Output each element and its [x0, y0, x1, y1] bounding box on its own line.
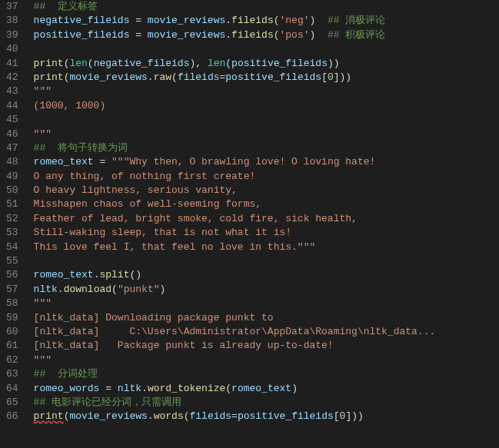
code-token: Feather of lead, bright smoke, cold fire…	[34, 213, 358, 224]
code-line[interactable]: [nltk_data] Package punkt is already up-…	[34, 339, 499, 353]
line-number: 45	[6, 113, 18, 127]
line-number: 62	[6, 353, 18, 367]
code-token: .	[141, 383, 148, 394]
code-token: len	[208, 58, 225, 69]
code-line[interactable]: print(movie_reviews.raw(fileids=positive…	[34, 71, 499, 85]
code-line[interactable]: romeo_words = nltk.word_tokenize(romeo_t…	[34, 382, 499, 396]
code-token: [nltk_data] Downloading package punkt to	[34, 312, 274, 324]
line-number: 39	[6, 28, 18, 42]
code-token	[315, 29, 328, 41]
code-token: movie_reviews	[69, 71, 147, 83]
code-token: ()	[129, 269, 141, 280]
code-token: words	[154, 410, 184, 422]
code-token: raw	[154, 71, 171, 83]
code-line[interactable]: """	[34, 128, 499, 141]
line-number: 55	[6, 254, 18, 268]
code-token: 'neg'	[280, 15, 310, 26]
code-line[interactable]: print(movie_reviews.words(fileids=positi…	[34, 410, 499, 423]
code-line[interactable]: negative_fileids = movie_reviews.fileids…	[34, 14, 499, 28]
code-token: word_tokenize	[148, 383, 225, 394]
code-editor[interactable]: 3738394041424344454647484950515253545556…	[0, 0, 499, 448]
code-token: ),	[189, 58, 207, 69]
code-token: """	[34, 354, 52, 366]
code-token: =	[129, 29, 147, 41]
line-number: 59	[6, 311, 18, 325]
line-number: 47	[6, 141, 18, 155]
code-line[interactable]: """	[34, 353, 499, 367]
code-line[interactable]: ## 电影评论已经分词，只需调用	[34, 396, 499, 410]
code-content[interactable]: ## 定义标签negative_fileids = movie_reviews.…	[31, 0, 499, 448]
code-line[interactable]: Misshapen chaos of well-seeming forms,	[34, 197, 499, 211]
code-token: [	[321, 71, 328, 83]
code-token: """Why then, O brawling love! O loving h…	[111, 156, 375, 168]
code-token: .	[148, 410, 154, 422]
code-token: negative_fileids	[94, 58, 190, 69]
line-number: 65	[6, 396, 18, 410]
code-token: """	[34, 128, 52, 140]
code-line[interactable]	[34, 113, 499, 127]
code-line[interactable]	[34, 42, 499, 56]
code-line[interactable]: [nltk_data] Downloading package punkt to	[34, 311, 499, 325]
code-token: (	[225, 58, 231, 69]
code-token: ## 电影评论已经分词，只需调用	[34, 397, 181, 408]
code-line[interactable]: [nltk_data] C:\Users\Administrator\AppDa…	[34, 325, 499, 339]
code-token: ))	[328, 58, 340, 69]
code-line[interactable]: O heavy lightness, serious vanity,	[34, 184, 499, 197]
code-token: fileids	[231, 29, 274, 41]
code-token: (1000, 1000)	[34, 100, 106, 111]
code-token: Misshapen chaos of well-seeming forms,	[34, 198, 261, 210]
code-token: positive_fileids	[238, 410, 334, 422]
code-line[interactable]: ## 定义标签	[34, 0, 499, 14]
code-line[interactable]: ## 将句子转换为词	[34, 141, 499, 155]
code-token: (	[274, 15, 280, 26]
code-token: romeo_text	[34, 156, 94, 168]
code-token: fileids	[178, 71, 220, 83]
code-line[interactable]: """	[34, 85, 499, 98]
code-token: ## 消极评论	[328, 15, 385, 26]
code-line[interactable]	[34, 254, 499, 268]
code-token: (	[111, 284, 118, 295]
line-number: 54	[6, 241, 18, 254]
code-token: Still-waking sleep, that is not what it …	[34, 227, 291, 238]
code-line[interactable]: nltk.download("punkt")	[34, 283, 499, 297]
code-line[interactable]: romeo_text = """Why then, O brawling lov…	[34, 155, 499, 169]
code-line[interactable]: """	[34, 297, 499, 310]
code-token: .	[148, 71, 154, 83]
code-token: [nltk_data] Package punkt is already up-…	[34, 340, 334, 351]
line-number: 38	[6, 14, 18, 28]
line-number: 52	[6, 212, 18, 226]
code-token: .	[58, 284, 64, 295]
line-number: 48	[6, 155, 18, 169]
code-token: 0	[328, 71, 334, 83]
line-number: 64	[6, 382, 18, 396]
line-number: 63	[6, 367, 18, 381]
code-token: ## 积极评论	[328, 29, 385, 41]
code-line[interactable]: This love feel I, that feel no love in t…	[34, 241, 499, 254]
code-line[interactable]: Feather of lead, bright smoke, cold fire…	[34, 212, 499, 226]
code-token: fileids	[231, 15, 274, 26]
code-token	[315, 15, 328, 26]
code-line[interactable]: positive_fileids = movie_reviews.fileids…	[34, 28, 499, 42]
code-token: ## 分词处理	[34, 368, 98, 380]
code-token: positive_fileids	[34, 29, 130, 41]
code-line[interactable]: romeo_text.split()	[34, 268, 499, 282]
code-token: nltk	[118, 383, 141, 394]
code-line[interactable]: ## 分词处理	[34, 367, 499, 381]
code-token: romeo_words	[34, 383, 100, 394]
line-number: 50	[6, 184, 18, 197]
code-line[interactable]: O any thing, of nothing first create!	[34, 170, 499, 184]
code-line[interactable]: print(len(negative_fileids), len(positiv…	[34, 57, 499, 71]
code-token: print	[34, 58, 64, 69]
code-token: 'pos'	[280, 29, 310, 41]
code-token: fileids	[190, 410, 232, 422]
code-line[interactable]: (1000, 1000)	[34, 99, 499, 113]
code-token: ]))	[345, 410, 363, 422]
code-token: movie_reviews	[148, 29, 225, 41]
code-token: =	[94, 156, 111, 168]
code-token: )	[291, 383, 298, 394]
code-token: (	[184, 410, 190, 422]
code-token: positive_fileids	[231, 58, 328, 69]
code-token: ## 将句子转换为词	[34, 142, 128, 154]
line-number: 61	[6, 339, 18, 353]
code-line[interactable]: Still-waking sleep, that is not what it …	[34, 226, 499, 240]
